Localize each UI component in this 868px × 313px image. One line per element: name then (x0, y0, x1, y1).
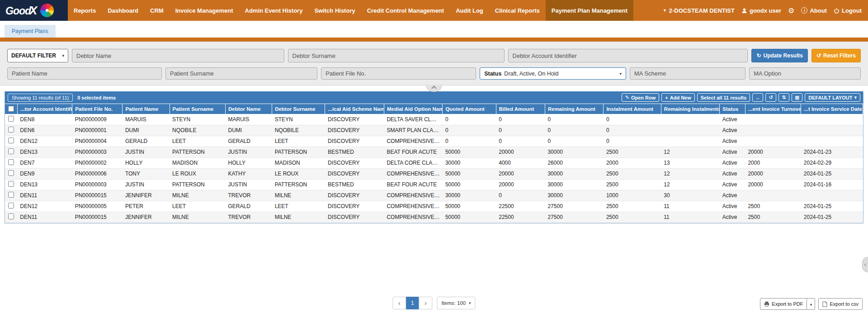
collapse-filters-handle[interactable] (426, 85, 442, 92)
debtor-name-input[interactable] (72, 49, 284, 62)
nav-item-credit-control-management[interactable]: Credit Control Management (361, 0, 450, 21)
tab-payment-plans[interactable]: Payment Plans (5, 25, 56, 38)
cell: DEN13 (17, 147, 72, 157)
nav-item-dashboard[interactable]: Dashboard (102, 0, 144, 21)
settings-button[interactable]: ⚙ (788, 6, 794, 15)
row-checkbox[interactable] (8, 203, 14, 209)
refresh-button[interactable]: ↺ (765, 93, 776, 102)
patient-surname-input[interactable] (165, 67, 317, 80)
column-header[interactable]: Quoted Amount (443, 104, 496, 114)
patient-name-input[interactable] (7, 67, 162, 80)
user-menu[interactable]: goodx user (741, 7, 781, 14)
cell: 20000 (745, 147, 801, 157)
select-all-checkbox[interactable] (8, 106, 14, 112)
table-row[interactable]: DEN12PN00000005PETERLEETGERALDLEETDISCOV… (5, 201, 863, 212)
nav-item-clinical-reports[interactable]: Clinical Reports (489, 0, 546, 21)
column-header[interactable]: Patient Surname (170, 104, 225, 114)
update-results-button[interactable]: ↻ Update Results (751, 49, 807, 62)
status-filter[interactable]: Status Draft, Active, On Hold ▾ (480, 67, 626, 80)
table-row[interactable]: DEN12PN00000004GERALDLEETGERALDLEETDISCO… (5, 136, 863, 147)
next-page-button[interactable]: › (419, 297, 432, 309)
reset-filters-button[interactable]: ↺ Reset Filters (811, 49, 861, 62)
export-pdf-button[interactable]: Export to PDF (760, 298, 807, 310)
open-row-button[interactable]: ✎ Open Row (622, 93, 660, 102)
cell: PN00000005 (72, 201, 123, 212)
column-header[interactable]: Debtor Name (225, 104, 272, 114)
showing-results-badge[interactable]: Showing 11 results (of 11) (8, 94, 73, 102)
logout-button[interactable]: Logout (834, 7, 862, 14)
cell: 0 (604, 125, 661, 136)
table-row[interactable]: DEN6PN00000001DUMINQOBILEDUMINQOBILEDISC… (5, 125, 863, 136)
column-header[interactable]: Patient File No. (72, 104, 123, 114)
column-header[interactable]: ...tor Account Identifier (17, 104, 72, 114)
table-row[interactable]: DEN11PN00000015JENNIFERMILNETREVORMILNED… (5, 212, 863, 223)
practice-selector[interactable]: ▼ 2-DOCSTEAM DENTIST (663, 7, 735, 14)
cell: 30000 (443, 190, 496, 201)
cell: PATTERSON (170, 147, 225, 157)
export-csv-button[interactable]: Export to csv (818, 298, 863, 310)
items-per-page-select[interactable]: Items: 100 ▾ (437, 297, 475, 309)
cell: PATTERSON (272, 179, 325, 190)
current-page-button[interactable]: 1 (406, 297, 419, 309)
layout-select[interactable]: DEFAULT LAYOUT ▾ (805, 93, 860, 102)
add-new-button[interactable]: + Add New (661, 93, 695, 102)
row-checkbox[interactable] (8, 159, 14, 165)
column-header[interactable]: Patient Name (123, 104, 170, 114)
table-row[interactable]: DEN13PN00000003JUSTINPATTERSONJUSTINPATT… (5, 147, 863, 157)
debtor-account-identifier-input[interactable] (508, 49, 748, 62)
expand-right-panel-handle[interactable]: ‹ (862, 257, 868, 272)
row-checkbox[interactable] (8, 170, 14, 176)
sort-button[interactable]: ⇅ (778, 93, 789, 102)
debtor-surname-input[interactable] (288, 49, 505, 62)
patient-file-no-input[interactable] (321, 67, 476, 80)
export-pdf-menu-button[interactable]: ▴ (807, 298, 815, 310)
row-checkbox[interactable] (8, 181, 14, 187)
column-header[interactable]: ...ent Invoice Turnover (745, 104, 801, 114)
footer: ‹ 1 › Items: 100 ▾ Export to PDF ▴ Expor… (0, 297, 868, 310)
column-header[interactable]: Instalment Amount (604, 104, 661, 114)
nav-item-switch-history[interactable]: Switch History (308, 0, 361, 21)
row-checkbox[interactable] (8, 127, 14, 133)
nav-right: ▼ 2-DOCSTEAM DENTIST goodx user ⚙ i Abou… (663, 0, 868, 21)
cell: PN00000009 (72, 114, 123, 125)
ma-scheme-input[interactable] (630, 67, 745, 80)
table-row[interactable]: DEN11PN00000015JENNIFERMILNETREVORMILNED… (5, 190, 863, 201)
nav-item-crm[interactable]: CRM (144, 0, 170, 21)
row-select-cell (5, 147, 17, 157)
select-all-button[interactable]: Select all 11 results (697, 93, 750, 102)
column-header[interactable]: Remaining Amount (545, 104, 603, 114)
saved-filter-select[interactable]: DEFAULT FILTER ▾ (7, 49, 68, 62)
row-checkbox[interactable] (8, 148, 14, 154)
column-header[interactable]: ...t Invoice Service Date (801, 104, 863, 114)
nav-item-invoice-management[interactable]: Invoice Management (170, 0, 239, 21)
column-header[interactable]: Billed Amount (496, 104, 545, 114)
row-checkbox[interactable] (8, 138, 14, 143)
previous-page-button[interactable]: ‹ (392, 297, 406, 309)
column-header[interactable]: Remaining Instalments (661, 104, 719, 114)
column-header[interactable]: Debtor Surname (272, 104, 325, 114)
table-row[interactable]: DEN13PN00000003JUSTINPATTERSONJUSTINPATT… (5, 179, 863, 190)
nav-item-admin-event-history[interactable]: Admin Event History (239, 0, 309, 21)
nav-item-payment-plan-management[interactable]: Payment Plan Management (546, 0, 633, 21)
column-header[interactable]: Medial Aid Option Name (384, 104, 442, 114)
row-checkbox[interactable] (8, 116, 14, 122)
fit-columns-button[interactable]: ↔ (752, 93, 763, 102)
cell: JENNIFER (123, 190, 170, 201)
cell: 0 (496, 190, 545, 201)
column-header[interactable]: ...ical Aid Scheme Name (325, 104, 384, 114)
tab-bar: Payment Plans (0, 25, 868, 42)
row-checkbox[interactable] (8, 213, 14, 219)
column-settings-button[interactable]: ▦ (792, 93, 802, 102)
nav-item-reports[interactable]: Reports (68, 0, 102, 21)
cell: KATHY (225, 168, 272, 179)
about-button[interactable]: i About (801, 7, 827, 14)
nav-item-audit-log[interactable]: Audit Log (450, 0, 489, 21)
table-row[interactable]: DEN9PN00000006TONYLE ROUXKATHYLE ROUXDIS… (5, 168, 863, 179)
column-header[interactable]: Status (720, 104, 745, 114)
main-nav: ReportsDashboardCRMInvoice ManagementAdm… (68, 0, 633, 21)
cell: GERALD (225, 201, 272, 212)
table-row[interactable]: DEN8PN00000009MARUISSTEYNMARUISSTEYNDISC… (5, 114, 863, 125)
table-row[interactable]: DEN7PN00000002HOLLYMADISONHOLLYMADISONDI… (5, 157, 863, 168)
row-checkbox[interactable] (8, 192, 14, 198)
ma-option-input[interactable] (749, 67, 861, 80)
